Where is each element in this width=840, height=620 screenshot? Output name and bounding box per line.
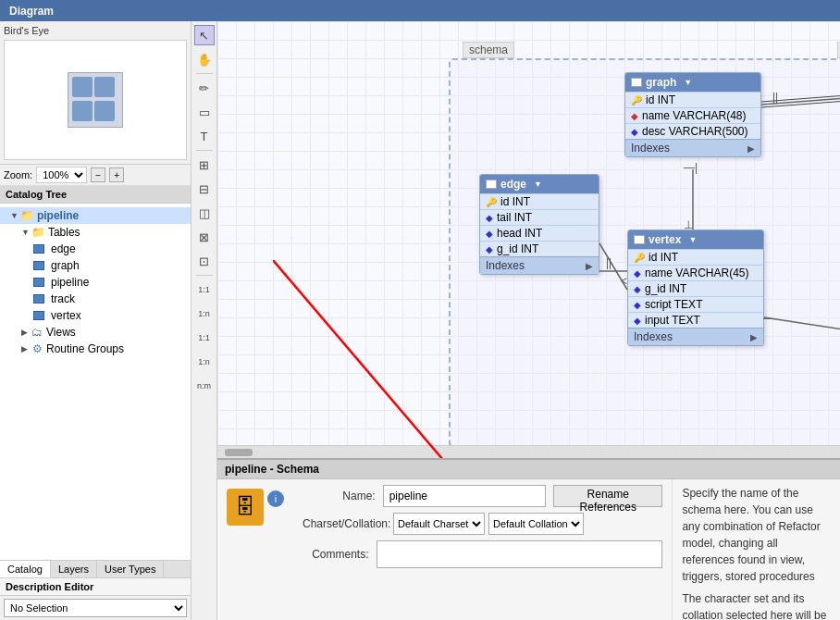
tree-item-pipeline-table[interactable]: pipeline xyxy=(0,274,191,291)
tool2-button[interactable]: ⊟ xyxy=(194,179,215,199)
table-row: ◆ name VARCHAR(45) xyxy=(628,265,763,280)
tree-item-views[interactable]: ▶ 🗂 Views xyxy=(0,324,191,341)
folder-icon: 📁 xyxy=(21,209,34,222)
table-edge[interactable]: edge ▼ 🔑 id INT ◆ tail INT ◆ head INT ◆ xyxy=(479,174,599,275)
indexes-label: Indexes xyxy=(634,330,673,343)
diagram-canvas[interactable]: schema engine graph ▼ 🔑 id INT ◆ name VA xyxy=(217,21,840,458)
help-note: The character set and its collation sele… xyxy=(682,590,831,620)
comments-textarea[interactable] xyxy=(377,540,663,568)
tree-item-vertex[interactable]: vertex xyxy=(0,307,191,324)
tree-container[interactable]: ▼ 📁 pipeline ▼ 📁 Tables edge graph xyxy=(0,204,191,560)
tree-item-graph[interactable]: graph xyxy=(0,257,191,274)
rel4-button[interactable]: 1:n xyxy=(194,352,215,372)
tree-item-tables[interactable]: ▼ 📁 Tables xyxy=(0,224,191,241)
svg-line-4 xyxy=(764,317,840,336)
table-edge-header[interactable]: edge ▼ xyxy=(480,175,599,193)
tree-label-track: track xyxy=(51,292,75,305)
rel1-button[interactable]: 1:1 xyxy=(194,279,215,300)
table-row: 🔑 id INT xyxy=(480,193,599,209)
left-tabs: Catalog Layers User Types xyxy=(0,561,191,578)
tree-item-pipeline[interactable]: ▼ 📁 pipeline xyxy=(0,207,191,224)
text-tool-button[interactable]: T xyxy=(194,126,215,146)
tree-item-track[interactable]: track xyxy=(0,291,191,307)
svg-text:||: || xyxy=(606,256,611,269)
charset-select[interactable]: Default Charset utf8 utf8mb4 xyxy=(393,513,485,535)
field-label: input TEXT xyxy=(645,314,700,327)
toolbar-divider xyxy=(196,150,213,151)
table-vertex-header[interactable]: vertex ▼ xyxy=(628,230,763,249)
minimap-block xyxy=(72,101,93,121)
tab-catalog[interactable]: Catalog xyxy=(0,561,51,577)
table-icon xyxy=(32,276,45,289)
db-icon: 🗄 xyxy=(227,489,264,526)
rel3-button[interactable]: 1:1 xyxy=(194,328,215,348)
schema-label: schema xyxy=(463,42,514,58)
tab-layers[interactable]: Layers xyxy=(51,561,97,577)
collation-select[interactable]: Default Collation utf8_general_ci xyxy=(488,513,584,535)
table-row: 🔑 id INT xyxy=(625,92,760,107)
field-label: g_id INT xyxy=(645,282,686,295)
tree-label-graph: graph xyxy=(51,259,80,272)
zoom-in-button[interactable]: + xyxy=(109,167,124,182)
table-graph[interactable]: graph ▼ 🔑 id INT ◆ name VARCHAR(48) ◆ de… xyxy=(624,72,761,157)
birds-eye-canvas[interactable] xyxy=(4,40,187,160)
table-graph-header[interactable]: graph ▼ xyxy=(625,73,760,92)
hand-tool-button[interactable]: ✋ xyxy=(194,49,215,69)
pencil-tool-button[interactable]: ✏ xyxy=(194,78,215,98)
diagram-area: schema engine graph ▼ 🔑 id INT ◆ name VA xyxy=(217,21,840,620)
field-label: id INT xyxy=(500,195,530,208)
rel5-button[interactable]: n:m xyxy=(194,376,215,396)
field-label: tail INT xyxy=(497,211,532,224)
table-row: ◆ script TEXT xyxy=(628,296,763,312)
diamond-icon: ◆ xyxy=(631,111,638,121)
selection-select[interactable]: No Selection xyxy=(4,599,187,617)
svg-text:||: || xyxy=(772,91,778,104)
zoom-select[interactable]: 100% xyxy=(36,167,87,183)
table-icon xyxy=(32,259,45,272)
top-bar: Diagram xyxy=(0,0,840,21)
tool3-button[interactable]: ◫ xyxy=(194,203,215,223)
tool4-button[interactable]: ⊠ xyxy=(194,227,215,247)
h-scrollbar[interactable] xyxy=(217,445,840,458)
rect-tool-button[interactable]: ▭ xyxy=(194,102,215,122)
rename-references-button[interactable]: Rename References xyxy=(553,485,662,507)
tree-item-routines[interactable]: ▶ ⚙ Routine Groups xyxy=(0,341,191,357)
select-tool-button[interactable]: ↖ xyxy=(194,25,215,45)
indexes-bar[interactable]: Indexes ▶ xyxy=(625,139,760,156)
description-editor-label: Description Editor xyxy=(0,578,191,596)
left-panel: Bird's Eye Zoom: 100% − + Catalog Tree xyxy=(0,21,191,620)
chevron-right-icon: ▶ xyxy=(747,143,755,154)
svg-text:—: — xyxy=(763,312,774,325)
scroll-thumb xyxy=(225,449,253,456)
indexes-bar[interactable]: Indexes ▶ xyxy=(480,256,599,274)
info-icon: i xyxy=(267,490,284,507)
diamond-icon: ◆ xyxy=(486,229,493,239)
table-row: 🔑 id INT xyxy=(628,249,763,265)
indexes-bar[interactable]: Indexes ▶ xyxy=(628,328,763,345)
table-vertex[interactable]: vertex ▼ 🔑 id INT ◆ name VARCHAR(45) ◆ g… xyxy=(627,229,764,346)
tree-item-edge[interactable]: edge xyxy=(0,241,191,257)
selection-dropdown: No Selection xyxy=(0,596,191,620)
name-row: Name: Rename References xyxy=(303,485,662,507)
svg-text:<: < xyxy=(621,275,627,288)
field-label: id INT xyxy=(649,251,678,264)
tree-label-pipeline-table: pipeline xyxy=(51,276,89,289)
diamond-icon: ◆ xyxy=(486,213,493,223)
tab-user-types[interactable]: User Types xyxy=(97,561,164,577)
table-icon xyxy=(32,309,45,322)
table-icon xyxy=(32,292,45,305)
table-icon xyxy=(486,180,497,189)
name-input[interactable] xyxy=(383,485,547,507)
bottom-panel: pipeline - Schema 🗄 i Name: Rename Refer… xyxy=(217,458,840,620)
table-icon xyxy=(631,78,642,87)
chevron-right-icon: ▶ xyxy=(21,328,28,337)
zoom-out-button[interactable]: − xyxy=(91,167,105,182)
bottom-left-panel: Catalog Layers User Types Description Ed… xyxy=(0,560,191,620)
red-arrow-overlay xyxy=(273,260,532,458)
indexes-label: Indexes xyxy=(486,259,525,272)
indexes-label: Indexes xyxy=(631,142,670,155)
tool5-button[interactable]: ⊡ xyxy=(194,251,215,271)
tool1-button[interactable]: ⊞ xyxy=(194,155,215,175)
rel2-button[interactable]: 1:n xyxy=(194,304,215,324)
field-label: g_id INT xyxy=(497,242,538,255)
